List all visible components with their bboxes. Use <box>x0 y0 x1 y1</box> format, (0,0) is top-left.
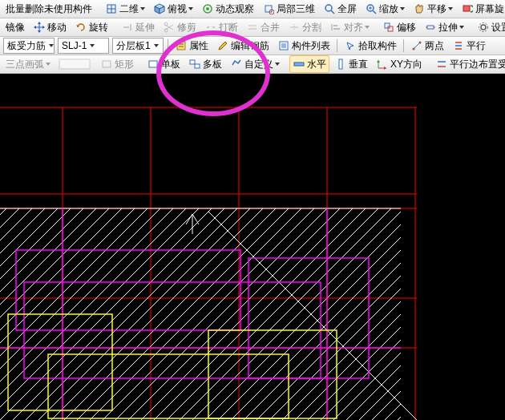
offset-button[interactable]: 偏移 <box>379 18 419 36</box>
svg-marker-69 <box>377 60 380 63</box>
fullscreen-button[interactable]: 全屏 <box>320 0 360 18</box>
svg-rect-8 <box>265 6 272 12</box>
parallel-button[interactable]: 平行 <box>449 37 489 55</box>
cad-viewport[interactable] <box>0 74 505 420</box>
svg-rect-59 <box>59 59 90 69</box>
move-icon <box>33 21 46 34</box>
horizontal-button[interactable]: 水平 <box>289 55 329 73</box>
svg-point-10 <box>325 5 332 11</box>
local3d-icon <box>262 2 275 15</box>
horizontal-icon <box>293 58 305 71</box>
trim-label: 修剪 <box>177 21 196 34</box>
props-button[interactable]: 属性 <box>172 37 212 55</box>
svg-rect-62 <box>190 60 195 64</box>
svg-rect-38 <box>333 28 340 30</box>
move-button[interactable]: 移动 <box>30 18 70 36</box>
chevron-down-icon <box>365 26 370 29</box>
dynobs-button[interactable]: 动态观察 <box>198 0 257 18</box>
zoom-icon <box>365 2 378 15</box>
orbit-icon <box>201 2 214 15</box>
layer-dropdown[interactable]: 分层板1 <box>112 38 164 54</box>
custom-icon <box>230 58 243 71</box>
svg-marker-22 <box>42 26 45 29</box>
pencil-icon <box>216 39 229 52</box>
zoom-button[interactable]: 缩放 <box>362 0 408 18</box>
fullscreen-icon <box>323 2 336 15</box>
chevron-down-icon <box>448 7 453 10</box>
split-icon <box>288 21 301 34</box>
arc3p-button: 三点画弧 <box>2 55 54 73</box>
custom-button[interactable]: 自定义 <box>227 55 283 73</box>
svg-line-13 <box>373 10 376 14</box>
cube-iso-icon <box>153 2 166 15</box>
svg-rect-41 <box>427 26 434 29</box>
align-label: 对齐 <box>344 21 363 34</box>
edit-rebar-button[interactable]: 编辑钢筋 <box>213 37 273 55</box>
rebar-code-dropdown[interactable]: SLJ-1 <box>58 38 109 54</box>
merge-button: 合并 <box>243 18 283 36</box>
single-slab-button[interactable]: 单板 <box>143 55 184 73</box>
svg-rect-37 <box>333 25 337 26</box>
svg-marker-68 <box>384 67 386 70</box>
svg-line-55 <box>414 42 420 49</box>
rotate-icon <box>75 21 87 34</box>
stretch-label: 拉伸 <box>438 21 458 34</box>
member-list-button[interactable]: 构件列表 <box>274 37 333 55</box>
drawbox-button <box>55 55 95 73</box>
toolbar-row-3: 板受力筋 SLJ-1 分层板1 属性 编辑钢筋 构件列表 拾取构件 两点 平行 <box>0 37 505 55</box>
drawbox-icon <box>59 58 91 71</box>
pick-member-button[interactable]: 拾取构件 <box>341 37 400 55</box>
svg-marker-20 <box>38 30 41 33</box>
two-point-button[interactable]: 两点 <box>407 37 447 55</box>
list-icon <box>277 39 290 52</box>
offset-label: 偏移 <box>397 21 416 34</box>
view-2d-button[interactable]: 二维 <box>102 0 148 18</box>
rebar-type-dropdown[interactable]: 板受力筋 <box>3 38 55 54</box>
pan-button[interactable]: 平移 <box>410 0 456 18</box>
multi-slab-button[interactable]: 多板 <box>185 55 225 73</box>
del-unused-button[interactable]: 批量删除未使用构件 <box>2 0 95 18</box>
rebar-code-value: SLJ-1 <box>62 40 87 51</box>
break-label: 打断 <box>219 21 238 34</box>
svg-point-7 <box>206 7 209 10</box>
parallel-edge-button[interactable]: 平行边布置受 <box>432 55 505 73</box>
screen-rot-button[interactable]: 屏幕旋 <box>458 0 505 18</box>
settings-button[interactable]: 设置 <box>474 18 505 36</box>
rect-button: 矩形 <box>97 55 137 73</box>
xy-dir-button[interactable]: XY方向 <box>373 55 426 73</box>
svg-rect-61 <box>149 61 157 67</box>
xy-icon <box>376 58 389 71</box>
rotate-button[interactable]: 旋转 <box>71 18 111 36</box>
rebar-type-value: 板受力筋 <box>7 39 46 53</box>
screen-rot-icon <box>461 2 474 15</box>
local3d-button[interactable]: 局部三维 <box>259 0 318 18</box>
vertical-button[interactable]: 垂直 <box>331 55 371 73</box>
svg-rect-64 <box>294 63 304 66</box>
extend-button: 延伸 <box>118 18 158 36</box>
svg-rect-39 <box>385 23 390 28</box>
extend-label: 延伸 <box>135 21 155 34</box>
vertical-icon <box>334 58 347 71</box>
props-icon <box>175 39 188 52</box>
stretch-button[interactable]: 拉伸 <box>421 18 467 36</box>
chevron-down-icon <box>90 44 95 47</box>
overlook-button[interactable]: 俯视 <box>150 0 196 18</box>
gear-icon <box>477 21 490 34</box>
svg-rect-16 <box>463 6 470 11</box>
pick-icon <box>344 39 357 52</box>
chevron-down-icon <box>140 7 145 10</box>
toolbar-row-2: 镜像 移动 旋转 延伸 修剪 打断 合并 分割 对齐 偏移 拉伸 设置 <box>0 18 505 37</box>
stretch-icon <box>424 21 437 34</box>
split-label: 分割 <box>302 21 321 34</box>
parallel-icon <box>452 39 465 52</box>
chevron-down-icon <box>46 63 50 66</box>
mirror-button[interactable]: 镜像 <box>2 18 28 36</box>
chevron-down-icon <box>400 7 405 10</box>
del-unused-label: 批量删除未使用构件 <box>6 2 92 16</box>
parallel-edge-label: 平行边布置受 <box>450 58 505 71</box>
extend-icon <box>121 21 134 34</box>
rect-icon <box>100 58 113 71</box>
trim-icon <box>163 21 176 34</box>
svg-rect-63 <box>195 64 200 68</box>
pick-member-label: 拾取构件 <box>358 39 397 53</box>
